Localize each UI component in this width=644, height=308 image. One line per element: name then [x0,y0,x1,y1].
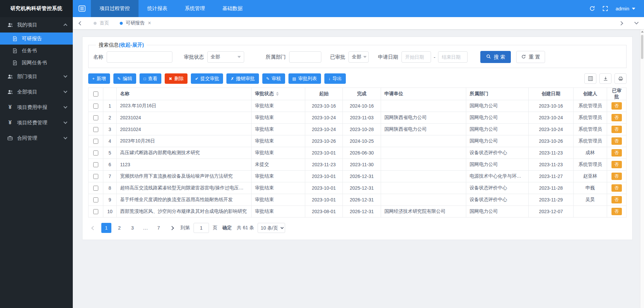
approved-select[interactable]: 全部 [348,51,369,63]
cell-status: 审批结束 [252,171,305,182]
delete-icon: ✖ [169,77,172,81]
search-button[interactable]: 搜 索 [480,51,511,63]
nav-item[interactable]: 基础数据 [214,0,251,17]
next-page-button[interactable] [167,223,177,233]
column-settings-icon[interactable] [584,73,596,84]
sidebar-group[interactable]: ¥项目经费管理 [0,115,73,130]
tabs-scroll-left-button[interactable] [73,17,88,29]
cell-status: 审批结束 [252,124,305,135]
sidebar-item[interactable]: 任务书 [0,45,73,57]
cell-end: 2023-11-03 [343,112,381,124]
cell-name: 宽频扰动作用下直流换相设备及场站噪声评估方法研究 [117,171,252,182]
sidebar-group[interactable]: 全部项目 [0,84,73,100]
department-input[interactable] [289,51,321,63]
cell-end: 2026-06-30 [343,147,381,159]
approval-list-button[interactable]: ▤审批列表 [288,73,321,84]
row-checkbox[interactable] [93,197,98,202]
tab-item[interactable]: 可研报告× [114,17,156,29]
column-header-status[interactable]: 审批状态 [252,88,305,100]
row-number: 4 [103,135,117,147]
menu-collapse-icon[interactable] [73,0,91,17]
row-number: 1 [103,100,117,112]
main-panel: 搜索信息(收起-展开) 名称 审批状态 全部 所属部门 [82,37,633,240]
edit-button[interactable]: ✎编辑 [113,73,136,84]
sidebar-group[interactable]: ¥项目费用申报 [0,100,73,115]
refresh-icon[interactable] [589,6,595,11]
page-button[interactable]: 1 [101,223,111,233]
row-checkbox[interactable] [93,186,98,191]
cell-approved: 否 [607,206,627,218]
top-nav: 项目过程管控统计报表系统管理基础数据 admin [73,0,644,17]
close-icon[interactable]: × [148,20,151,26]
row-checkbox[interactable] [93,115,98,120]
sidebar-item[interactable]: 可研报告 [0,33,73,45]
row-checkbox[interactable] [93,127,98,132]
nav-item[interactable]: 系统管理 [176,0,214,17]
table-row: 220231024审批结束2023-10-242023-11-03国网陕西省电力… [89,112,627,124]
tabs-menu-button[interactable] [629,17,644,29]
search-collapse-toggle[interactable]: (收起-展开) [119,42,144,48]
toolbar-button-label: 新增 [97,76,106,82]
cell-name: 高压罐式断路器内部爬电检测技术研究 [117,147,252,159]
download-icon[interactable] [599,73,611,84]
cell-status: 审批结束 [252,147,305,159]
sidebar-group[interactable]: 合同管理 [0,130,73,146]
reset-button[interactable]: 重 置 [516,51,545,63]
name-input[interactable] [107,51,172,63]
row-checkbox[interactable] [93,104,98,109]
sidebar-group[interactable]: 我的项目 [0,17,73,33]
cell-dept: 国网电力公司 [466,124,529,135]
row-number: 3 [103,124,117,135]
tab-item[interactable]: 首页 [88,17,114,29]
sidebar-menu: 我的项目可研报告任务书国网任务书部门项目全部项目¥项目费用申报¥项目经费管理合同… [0,17,73,146]
tabs-scroll-right-button[interactable] [613,17,629,29]
chevron-down-icon [64,137,67,139]
user-menu[interactable]: admin [615,6,635,11]
sidebar-group[interactable]: 部门项目 [0,69,73,84]
scrollbar-thumb[interactable] [641,35,643,59]
confirm-button[interactable]: 确定 [222,225,232,231]
export-button[interactable]: ↓导出 [324,73,346,84]
row-checkbox[interactable] [93,150,98,156]
toolbar: +新增✎编辑□查看✖删除✔提交审批✗撤销审批✎审核▤审批列表↓导出 [88,73,627,84]
row-checkbox[interactable] [93,139,98,144]
nav-item[interactable]: 项目过程管控 [91,0,139,17]
nav-item[interactable]: 统计报表 [139,0,176,17]
view-button[interactable]: □查看 [140,73,161,84]
sidebar-item[interactable]: 国网任务书 [0,57,73,69]
cell-applicant: 国网经济技术研究院有限公司 [381,206,466,218]
table-header-row: 名称审批状态起始完成申请单位所属部门创建日期创建人已审批 [89,88,627,100]
start-date-input[interactable] [401,51,431,63]
page-button[interactable]: 7 [154,223,164,233]
revoke-approval-button[interactable]: ✗撤销审批 [226,73,259,84]
tab-label: 可研报告 [126,20,145,26]
approval-status-select[interactable]: 全部 [207,51,244,63]
page-size-select[interactable]: 10 条/页 [258,223,285,233]
row-checkbox[interactable] [93,209,98,214]
page-button[interactable]: 2 [114,223,124,233]
prev-page-button[interactable] [88,223,98,233]
audit-button[interactable]: ✎审核 [262,73,285,84]
page-button[interactable]: 3 [127,223,138,233]
row-checkbox[interactable] [93,162,98,167]
fullscreen-icon[interactable] [602,6,608,11]
goto-label: 到第 [180,225,190,231]
goto-page-input[interactable] [194,223,209,233]
top-bar: 研究机构科研管控系统 项目过程管控统计报表系统管理基础数据 admin [0,0,644,17]
vertical-scrollbar[interactable] [640,29,644,308]
document-icon [11,48,19,53]
select-all-checkbox[interactable] [93,91,98,97]
add-button[interactable]: +新增 [88,73,110,84]
cell-created: 2023-10-26 [529,135,574,147]
print-icon[interactable] [614,73,627,84]
delete-button[interactable]: ✖删除 [165,73,187,84]
chevron-down-icon [64,107,67,108]
row-number: 10 [103,206,117,218]
end-date-input[interactable] [438,51,468,63]
sort-icon[interactable] [276,92,279,96]
cell-start: 2023-10-01 [305,147,343,159]
row-checkbox[interactable] [93,174,98,179]
scroll-up-icon[interactable] [640,29,644,34]
submit-approval-button[interactable]: ✔提交审批 [191,73,223,84]
cell-dept: 国网电力公司 [466,206,529,218]
